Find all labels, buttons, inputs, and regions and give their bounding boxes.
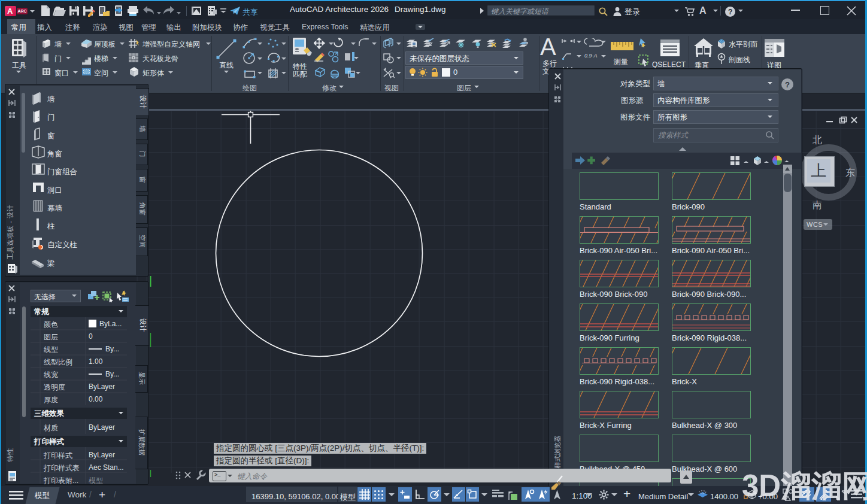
svg-text:0.9·A: 0.9·A [584,53,598,59]
